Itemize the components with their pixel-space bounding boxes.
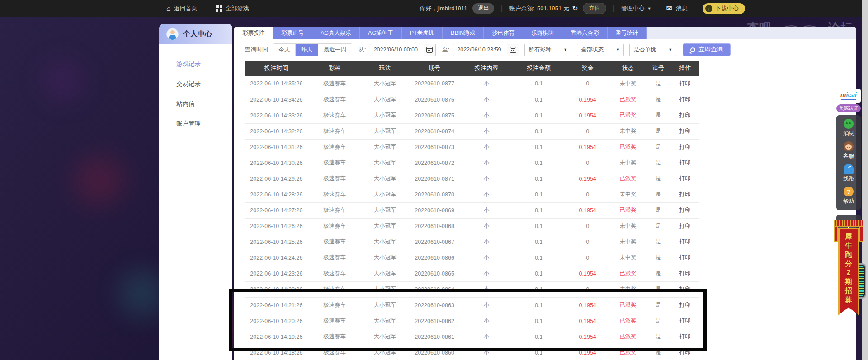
quick-date-button-3[interactable]: 最近一周 bbox=[318, 44, 352, 56]
to-calendar-button[interactable] bbox=[507, 44, 519, 56]
column-header: 期号 bbox=[409, 61, 460, 76]
cell-bet-time: 2022-06-10 14:18:26 bbox=[245, 345, 308, 360]
print-link[interactable]: 打印 bbox=[671, 139, 699, 155]
print-link[interactable]: 打印 bbox=[671, 155, 699, 171]
cell-issue: 20220610-0870 bbox=[409, 187, 460, 202]
topbar: ⌂ 返回首页 全部游戏 你好，jimbird1911 退出 账户余额: 501.… bbox=[0, 0, 868, 17]
print-link[interactable]: 打印 bbox=[671, 234, 699, 250]
query-button-label: 立即查询 bbox=[698, 46, 723, 54]
refresh-icon[interactable]: ↻ bbox=[572, 4, 578, 13]
cell-issue: 20220610-0862 bbox=[409, 313, 460, 329]
cell-chase: 是 bbox=[645, 108, 671, 123]
sidebar-item-4[interactable]: 账户管理 bbox=[159, 114, 232, 134]
select-3[interactable]: 是否单挑▼ bbox=[629, 44, 676, 56]
recharge-button[interactable]: 充值 bbox=[583, 3, 606, 14]
cell-content: 小 bbox=[460, 123, 513, 139]
tab-6[interactable]: BBIN游戏 bbox=[443, 27, 484, 39]
print-link[interactable]: 打印 bbox=[671, 297, 699, 313]
tab-5[interactable]: PT老虎机 bbox=[402, 27, 443, 39]
side-widget-chat[interactable]: 消息 bbox=[836, 119, 861, 137]
cell-lottery: 极速赛车 bbox=[308, 266, 361, 281]
print-link[interactable]: 打印 bbox=[671, 92, 699, 108]
print-link[interactable]: 打印 bbox=[671, 123, 699, 139]
home-link[interactable]: ⌂ 返回首页 bbox=[157, 0, 207, 17]
sidebar-item-3[interactable]: 站内信 bbox=[159, 94, 232, 114]
print-link[interactable]: 打印 bbox=[671, 345, 699, 360]
from-calendar-button[interactable] bbox=[424, 44, 435, 56]
cert-badge[interactable]: 奖源认证 bbox=[836, 104, 861, 112]
column-header: 投注内容 bbox=[460, 61, 513, 76]
column-header: 状态 bbox=[611, 61, 645, 76]
column-header: 操作 bbox=[671, 61, 699, 76]
divider bbox=[613, 5, 614, 12]
calendar-icon bbox=[426, 47, 433, 53]
side-widget-help[interactable]: ?帮助 bbox=[836, 187, 861, 205]
logout-button[interactable]: 退出 bbox=[472, 3, 494, 14]
download-center-button[interactable]: ↓ 下载中心 bbox=[703, 3, 745, 14]
tab-10[interactable]: 盈亏统计 bbox=[608, 27, 647, 39]
table-row: 2022-06-10 14:27:26极速赛车大小冠军20220610-0869… bbox=[245, 202, 699, 218]
cell-chase: 是 bbox=[645, 281, 671, 297]
table-row: 2022-06-10 14:19:26极速赛车大小冠军20220610-0861… bbox=[245, 329, 699, 345]
tab-2[interactable]: 彩票追号 bbox=[273, 27, 312, 39]
table-row: 2022-06-10 14:21:26极速赛车大小冠军20220610-0863… bbox=[245, 297, 699, 313]
side-widget-gauge[interactable]: 线路 bbox=[836, 164, 861, 182]
cell-play: 大小冠军 bbox=[361, 92, 409, 108]
admin-center-menu[interactable]: 管理中心 ▼ bbox=[621, 5, 651, 13]
side-widget-customer-service[interactable]: 客服 bbox=[836, 141, 861, 160]
select-value-1: 所有彩种 bbox=[528, 46, 551, 54]
banner-char: 募 bbox=[845, 295, 852, 304]
query-button[interactable]: 立即查询 bbox=[683, 43, 731, 56]
tab-7[interactable]: 沙巴体育 bbox=[484, 27, 523, 39]
sidebar-item-2[interactable]: 交易记录 bbox=[159, 74, 232, 94]
quick-date-button-2[interactable]: 昨天 bbox=[296, 44, 318, 56]
quick-date-button-1[interactable]: 今天 bbox=[273, 44, 296, 56]
print-link[interactable]: 打印 bbox=[671, 171, 699, 187]
print-link[interactable]: 打印 bbox=[671, 313, 699, 329]
print-link[interactable]: 打印 bbox=[671, 202, 699, 218]
tab-8[interactable]: 乐游棋牌 bbox=[523, 27, 562, 39]
table-row: 2022-06-10 14:23:26极速赛车大小冠军20220610-0865… bbox=[245, 266, 699, 281]
table-row: 2022-06-10 14:29:26极速赛车大小冠军20220610-0871… bbox=[245, 171, 699, 187]
cell-status: 已派奖 bbox=[611, 313, 645, 329]
select-1[interactable]: 所有彩种▼ bbox=[524, 44, 571, 56]
promo-banner[interactable]: 犀牛跑分2期招募 bbox=[834, 220, 863, 315]
table-row: 2022-06-10 14:32:26极速赛车大小冠军20220610-0874… bbox=[245, 123, 699, 139]
print-link[interactable]: 打印 bbox=[671, 281, 699, 297]
print-link[interactable]: 打印 bbox=[671, 76, 699, 92]
print-link[interactable]: 打印 bbox=[671, 187, 699, 202]
balance-unit: 元 bbox=[563, 5, 569, 13]
tab-4[interactable]: AG捕鱼王 bbox=[360, 27, 402, 39]
to-date-input[interactable]: 2022/06/10 23:59 bbox=[453, 44, 519, 56]
cell-prize: 0 bbox=[564, 123, 611, 139]
cell-amount: 0.1 bbox=[513, 123, 565, 139]
cell-content: 小 bbox=[460, 155, 513, 171]
sidebar-item-1[interactable]: 游戏记录 bbox=[159, 54, 232, 74]
print-link[interactable]: 打印 bbox=[671, 266, 699, 281]
print-link[interactable]: 打印 bbox=[671, 329, 699, 345]
print-link[interactable]: 打印 bbox=[671, 250, 699, 266]
cell-chase: 是 bbox=[645, 92, 671, 108]
cell-status: 未中奖 bbox=[611, 218, 645, 234]
all-games-link[interactable]: 全部游戏 bbox=[207, 0, 258, 17]
print-link[interactable]: 打印 bbox=[671, 218, 699, 234]
cell-amount: 0.1 bbox=[513, 313, 565, 329]
select-2[interactable]: 全部状态▼ bbox=[577, 44, 624, 56]
messages-link[interactable]: ✉ 消息 bbox=[666, 4, 688, 13]
print-link[interactable]: 打印 bbox=[671, 108, 699, 123]
tab-1[interactable]: 彩票投注 bbox=[234, 27, 273, 39]
cell-content: 小 bbox=[460, 76, 513, 92]
tab-9[interactable]: 香港六合彩 bbox=[562, 27, 608, 39]
cell-issue: 20220610-0876 bbox=[409, 92, 460, 108]
cell-prize: 0.1954 bbox=[564, 345, 611, 360]
chevron-down-icon: ▼ bbox=[616, 47, 620, 52]
cell-play: 大小冠军 bbox=[361, 218, 409, 234]
from-date-input[interactable]: 2022/06/10 00:00 bbox=[370, 44, 436, 56]
cell-play: 大小冠军 bbox=[361, 250, 409, 266]
lottery-cert-logo[interactable]: micai bbox=[836, 89, 861, 103]
cell-issue: 20220610-0863 bbox=[409, 297, 460, 313]
to-date-value: 2022/06/10 23:59 bbox=[453, 47, 507, 53]
cell-lottery: 极速赛车 bbox=[308, 139, 361, 155]
tab-3[interactable]: AG真人娱乐 bbox=[312, 27, 360, 39]
side-widget-label: 帮助 bbox=[843, 197, 854, 205]
